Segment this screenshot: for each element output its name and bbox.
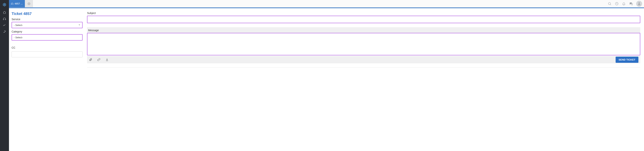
sidebar [0, 0, 9, 151]
analytics-icon[interactable] [0, 22, 9, 28]
svg-rect-3 [13, 4, 13, 4]
svg-point-7 [638, 2, 640, 4]
tab-label: 4857 ... [14, 2, 22, 5]
send-ticket-button[interactable]: SEND TICKET [616, 56, 638, 63]
page-title: Ticket 4857 [12, 12, 82, 16]
app-logo-icon[interactable] [0, 1, 9, 8]
home-icon[interactable] [0, 9, 9, 16]
chat-icon[interactable] [629, 2, 633, 6]
message-label: Message [87, 27, 640, 33]
add-tab-button[interactable] [25, 0, 33, 7]
cc-label: CC [12, 46, 82, 49]
svg-point-5 [608, 2, 610, 5]
category-select-value: - Select- [14, 36, 23, 39]
subject-label: Subject [87, 12, 640, 14]
svg-rect-2 [11, 4, 12, 4]
category-label: Category [12, 30, 82, 33]
pin-icon[interactable] [0, 28, 9, 35]
svg-rect-1 [5, 19, 6, 20]
service-label: Service [12, 18, 82, 21]
service-select-value: - Select- [14, 24, 23, 26]
service-select[interactable]: - Select- [12, 22, 82, 28]
chevron-down-icon [78, 24, 80, 26]
ticket-compose-panel: Subject Message SEND TICKET [87, 12, 640, 151]
tab-bar: 4857 ... [9, 0, 644, 8]
user-avatar[interactable] [636, 1, 642, 7]
headset-icon[interactable] [0, 16, 9, 22]
message-textarea[interactable] [87, 33, 640, 55]
ticket-meta-panel: Ticket 4857 Service - Select- Category -… [12, 12, 82, 151]
headset-icon [11, 2, 14, 5]
section-divider [87, 68, 640, 68]
cc-input[interactable] [12, 52, 82, 57]
subject-input[interactable] [87, 16, 640, 23]
message-toolbar: SEND TICKET [87, 56, 640, 63]
tab-ticket-4857[interactable]: 4857 ... [9, 0, 25, 7]
bell-icon[interactable] [622, 2, 626, 6]
svg-rect-0 [3, 19, 4, 20]
search-icon[interactable] [608, 2, 612, 6]
link-icon[interactable] [97, 58, 100, 61]
attachment-icon[interactable] [89, 58, 92, 61]
history-icon[interactable] [615, 2, 618, 6]
category-select[interactable]: - Select- [12, 34, 82, 40]
